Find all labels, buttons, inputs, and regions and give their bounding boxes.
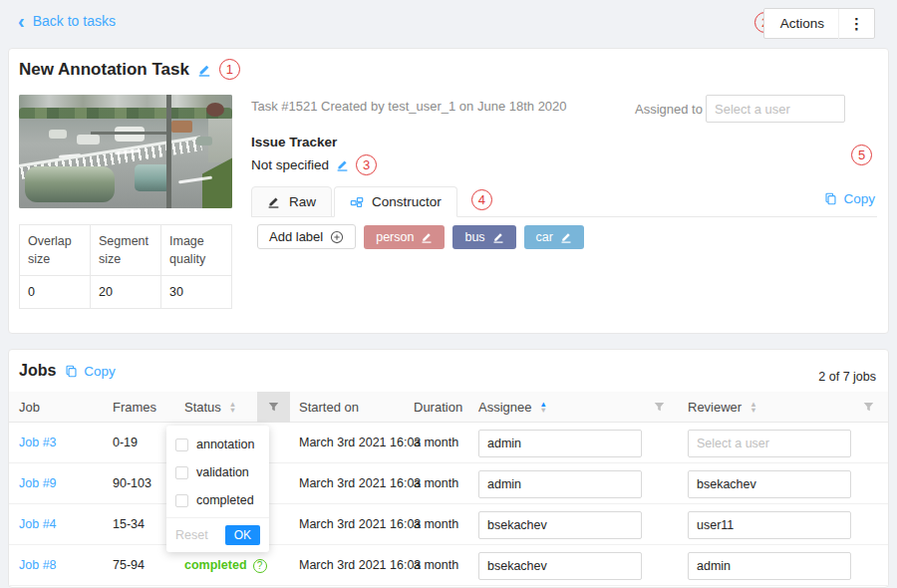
- job-link[interactable]: Job #8: [19, 545, 57, 586]
- column-header-assignee-label: Assignee: [478, 392, 531, 423]
- sort-carets-icon[interactable]: ▲▼: [229, 402, 236, 414]
- checkbox[interactable]: [175, 466, 188, 479]
- jobs-title: Jobs: [19, 362, 56, 380]
- tab-raw[interactable]: Raw: [251, 186, 332, 217]
- raw-edit-icon: [267, 195, 281, 209]
- copy-jobs-link[interactable]: Copy: [65, 364, 116, 379]
- column-header-status-label: Status: [184, 392, 221, 423]
- task-preview-image: [19, 95, 232, 208]
- edit-label-icon[interactable]: [421, 231, 433, 243]
- job-row: Job #3 0-19 March 3rd 2021 16:03 a month: [9, 423, 888, 463]
- task-title: New Annotation Task: [19, 60, 189, 80]
- edit-issue-tracker-icon[interactable]: [336, 158, 349, 171]
- reviewer-input[interactable]: [688, 470, 851, 498]
- label-tag-person[interactable]: person: [364, 225, 445, 249]
- column-header-job-label: Job: [19, 392, 40, 423]
- job-link[interactable]: Job #3: [19, 423, 57, 463]
- reviewer-filter-button[interactable]: [852, 392, 885, 423]
- add-label-button[interactable]: Add label: [257, 224, 356, 249]
- edit-task-name-icon[interactable]: [197, 63, 211, 77]
- tab-constructor[interactable]: Constructor: [334, 186, 457, 217]
- filter-reset-button[interactable]: Reset: [175, 528, 208, 542]
- reviewer-input[interactable]: [688, 552, 851, 580]
- param-value-segment: 20: [91, 276, 161, 309]
- column-header-started-label: Started on: [299, 392, 359, 423]
- back-to-tasks-label: Back to tasks: [33, 13, 116, 29]
- annotation-marker-3: 3: [356, 154, 377, 175]
- column-header-reviewer-label: Reviewer: [688, 392, 742, 423]
- job-started: March 3rd 2021 16:03: [299, 504, 421, 545]
- job-duration: a month: [414, 504, 458, 545]
- question-circle-icon[interactable]: ?: [253, 559, 267, 573]
- task-title-row: New Annotation Task 1: [19, 59, 240, 80]
- assignee-filter-button[interactable]: [643, 392, 676, 423]
- checkbox[interactable]: [175, 494, 188, 507]
- column-header-reviewer[interactable]: Reviewer ▲▼: [688, 392, 757, 423]
- assignee-input[interactable]: [478, 552, 642, 580]
- filter-option-annotation-label: annotation: [196, 438, 254, 451]
- copy-jobs-label: Copy: [84, 364, 116, 379]
- filter-ok-button[interactable]: OK: [225, 525, 260, 545]
- add-label-label: Add label: [269, 229, 323, 244]
- sort-carets-icon[interactable]: ▲▼: [749, 402, 756, 414]
- edit-label-icon[interactable]: [492, 231, 504, 243]
- copy-icon: [824, 192, 837, 205]
- status-filter-button[interactable]: [257, 392, 290, 423]
- job-duration: a month: [414, 423, 458, 463]
- column-header-started[interactable]: Started on: [299, 392, 359, 423]
- assignee-input[interactable]: [478, 430, 642, 457]
- actions-button[interactable]: Actions ⋮: [763, 8, 875, 39]
- column-header-frames-label: Frames: [113, 392, 156, 423]
- filter-funnel-icon: [863, 402, 874, 413]
- job-duration: a month: [414, 545, 458, 586]
- job-frames: 90-103: [113, 463, 151, 504]
- annotation-marker-5: 5: [851, 145, 872, 165]
- filter-option-completed-label: completed: [196, 493, 254, 507]
- job-started: March 3rd 2021 16:03: [299, 463, 421, 504]
- filter-option-validation[interactable]: validation: [166, 458, 269, 486]
- label-tag-bus[interactable]: bus: [452, 225, 515, 249]
- job-started: March 3rd 2021 16:03: [299, 545, 421, 586]
- column-header-job[interactable]: Job: [19, 392, 40, 423]
- back-to-tasks-link[interactable]: ‹ Back to tasks: [18, 13, 116, 29]
- param-header-quality: Image quality: [161, 225, 232, 276]
- label-tag-person-name: person: [376, 230, 414, 244]
- preview-car: [77, 135, 100, 145]
- edit-label-icon[interactable]: [560, 231, 572, 243]
- reviewer-input[interactable]: [688, 511, 851, 539]
- assignee-input[interactable]: [478, 470, 642, 498]
- filter-dropdown-footer: Reset OK: [166, 517, 269, 552]
- preview-pole: [166, 95, 171, 208]
- filter-option-annotation[interactable]: annotation: [166, 431, 269, 458]
- more-vertical-icon[interactable]: ⋮: [839, 15, 874, 33]
- job-link[interactable]: Job #4: [19, 504, 57, 545]
- column-header-duration-label: Duration: [414, 392, 462, 423]
- plus-circle-icon: [330, 230, 344, 244]
- jobs-header: Jobs Copy: [19, 362, 116, 380]
- back-chevron-icon: ‹: [18, 14, 25, 28]
- preview-green-car: [25, 166, 115, 202]
- filter-option-completed[interactable]: completed: [166, 486, 269, 514]
- jobs-table-header: Job Frames Status ▲▼ Started on Duration…: [9, 392, 888, 423]
- checkbox[interactable]: [175, 439, 188, 451]
- copy-labels-label: Copy: [843, 191, 875, 206]
- param-header-segment: Segment size: [91, 225, 161, 276]
- label-tag-car[interactable]: car: [524, 225, 584, 249]
- job-link[interactable]: Job #9: [19, 463, 57, 504]
- column-header-frames[interactable]: Frames: [113, 392, 156, 423]
- job-row: Job #9 90-103 March 3rd 2021 16:03 a mon…: [9, 463, 888, 504]
- reviewer-input[interactable]: [688, 430, 851, 457]
- sort-carets-icon[interactable]: ▲▼: [539, 402, 546, 414]
- jobs-count: 2 of 7 jobs: [818, 370, 876, 384]
- column-header-assignee[interactable]: Assignee ▲▼: [478, 392, 547, 423]
- assignee-input[interactable]: [478, 511, 642, 539]
- assigned-to-input[interactable]: [706, 95, 845, 123]
- column-header-duration[interactable]: Duration: [414, 392, 462, 423]
- copy-labels-link[interactable]: Copy: [824, 191, 875, 206]
- column-header-status[interactable]: Status ▲▼: [184, 392, 236, 423]
- tab-raw-label: Raw: [289, 194, 316, 209]
- job-frames: 75-94: [113, 545, 145, 586]
- annotation-marker-1: 1: [219, 59, 240, 80]
- task-meta-text: Task #1521 Created by test_user_1 on Jun…: [251, 99, 567, 114]
- labels-row: Add label person bus car: [257, 224, 584, 249]
